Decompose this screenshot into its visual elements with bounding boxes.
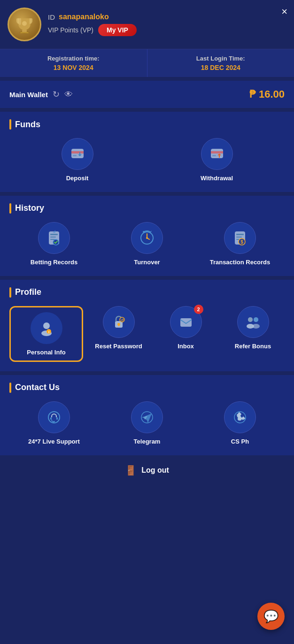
betting-records-icon — [45, 229, 63, 247]
withdrawal-icon — [208, 145, 226, 163]
transaction-records-label: Transaction Records — [210, 259, 271, 267]
deposit-icon-circle — [62, 138, 93, 170]
personal-info-item[interactable]: i Personal Info — [9, 306, 83, 362]
cs-ph-item[interactable]: CS Ph — [195, 401, 285, 446]
funds-grid: Deposit Withdrawal — [9, 138, 285, 183]
svg-rect-5 — [71, 151, 84, 153]
profile-grid: i Personal Info ↺ Reset Password — [9, 306, 285, 362]
username: sanapanaloko — [59, 13, 109, 21]
wallet-amount: ₱ 16.00 — [249, 88, 285, 100]
history-grid: Betting Records Turnover — [9, 222, 285, 267]
reset-password-item[interactable]: ↺ Reset Password — [87, 306, 150, 362]
user-info: ID sanapanaloko VIP Points (VP) My VIP — [48, 13, 286, 36]
turnover-label: Turnover — [134, 259, 160, 267]
svg-rect-9 — [212, 155, 216, 156]
reset-password-label: Reset Password — [95, 343, 142, 351]
funds-section: Funds Deposit — [0, 112, 294, 192]
svg-point-39 — [254, 317, 258, 322]
svg-rect-41 — [50, 417, 52, 420]
telegram-label: Telegram — [134, 438, 161, 446]
login-value: 18 DEC 2024 — [151, 64, 291, 71]
reset-password-icon: ↺ — [110, 313, 128, 331]
inbox-item[interactable]: 2 Inbox — [154, 306, 217, 362]
svg-point-37 — [252, 324, 260, 329]
reset-password-icon-circle: ↺ — [103, 306, 135, 338]
inbox-label: Inbox — [178, 343, 194, 351]
profile-title-bar — [9, 287, 11, 298]
svg-point-24 — [43, 322, 50, 329]
cs-ph-icon-circle — [224, 401, 256, 433]
live-support-label: 24*7 Live Support — [28, 438, 80, 446]
refer-bonus-item[interactable]: Refer Bonus — [221, 306, 285, 362]
reg-value: 13 NOV 2024 — [4, 64, 143, 71]
live-support-icon-circle — [38, 401, 70, 433]
vip-label: VIP Points (VP) — [48, 26, 93, 34]
chat-fab-button[interactable]: 💬 — [257, 603, 285, 630]
avatar-image — [8, 8, 41, 41]
contact-title-bar — [9, 383, 11, 393]
logout-row[interactable]: 🚪 Log out — [0, 455, 294, 485]
header: ID sanapanaloko VIP Points (VP) My VIP × — [0, 0, 294, 49]
trophy-icon — [15, 15, 34, 34]
svg-rect-43 — [53, 421, 55, 422]
svg-point-16 — [143, 231, 145, 233]
history-title-bar — [9, 203, 11, 214]
turnover-icon — [138, 229, 156, 247]
svg-rect-42 — [56, 417, 58, 420]
transaction-records-item[interactable]: $ Transaction Records — [195, 222, 285, 267]
logout-icon: 🚪 — [125, 465, 137, 476]
login-label: Last Login Time: — [151, 55, 291, 62]
svg-rect-20 — [236, 237, 242, 238]
inbox-icon — [177, 313, 195, 331]
svg-point-3 — [22, 21, 27, 26]
deposit-label: Deposit — [66, 175, 89, 183]
svg-point-38 — [248, 317, 253, 322]
history-title-text: History — [15, 203, 44, 213]
betting-records-item[interactable]: Betting Records — [9, 222, 99, 267]
svg-text:i: i — [48, 330, 49, 334]
withdrawal-icon-circle — [201, 138, 233, 170]
svg-rect-6 — [73, 155, 77, 156]
personal-info-icon: i — [38, 319, 55, 337]
refresh-icon[interactable]: ↻ — [53, 89, 60, 100]
last-login-time-cell: Last Login Time: 18 DEC 2024 — [147, 49, 294, 77]
chat-icon: 💬 — [263, 609, 279, 624]
withdrawal-item[interactable]: Withdrawal — [149, 138, 285, 183]
inbox-icon-circle: 2 — [170, 306, 202, 338]
reg-label: Registration time: — [4, 55, 143, 62]
live-support-item[interactable]: 24*7 Live Support — [9, 401, 99, 446]
refer-bonus-icon-circle — [237, 306, 269, 338]
telegram-icon — [138, 408, 156, 426]
inbox-badge: 2 — [194, 305, 203, 314]
wallet-label: Main Wallet — [9, 91, 48, 99]
funds-title-text: Funds — [15, 120, 40, 130]
svg-rect-30 — [118, 324, 119, 326]
deposit-item[interactable]: Deposit — [9, 138, 145, 183]
turnover-item[interactable]: Turnover — [102, 222, 192, 267]
personal-info-label: Personal Info — [27, 349, 65, 357]
svg-point-17 — [146, 237, 148, 239]
logout-label: Log out — [141, 466, 169, 475]
live-support-icon — [45, 408, 63, 426]
funds-title-bar — [9, 119, 11, 130]
betting-records-label: Betting Records — [31, 259, 77, 267]
svg-rect-11 — [50, 234, 58, 235]
cs-ph-icon — [231, 408, 249, 426]
betting-records-icon-circle — [38, 222, 70, 254]
contact-title: Contact Us — [9, 383, 285, 393]
history-title: History — [9, 203, 285, 214]
close-button[interactable]: × — [281, 7, 287, 17]
transaction-records-icon: $ — [231, 229, 249, 247]
wallet-section: Main Wallet ↻ 👁 ₱ 16.00 — [0, 81, 294, 108]
eye-icon[interactable]: 👁 — [64, 90, 73, 100]
svg-rect-2 — [20, 32, 29, 33]
id-label: ID — [48, 13, 55, 21]
contact-section: Contact Us 24*7 Live Support — [0, 375, 294, 455]
svg-text:$: $ — [240, 239, 243, 245]
time-info-row: Registration time: 13 NOV 2024 Last Logi… — [0, 49, 294, 77]
telegram-icon-circle — [131, 401, 163, 433]
registration-time-cell: Registration time: 13 NOV 2024 — [0, 49, 147, 77]
my-vip-button[interactable]: My VIP — [98, 24, 137, 36]
telegram-item[interactable]: Telegram — [102, 401, 192, 446]
turnover-icon-circle — [131, 222, 163, 254]
